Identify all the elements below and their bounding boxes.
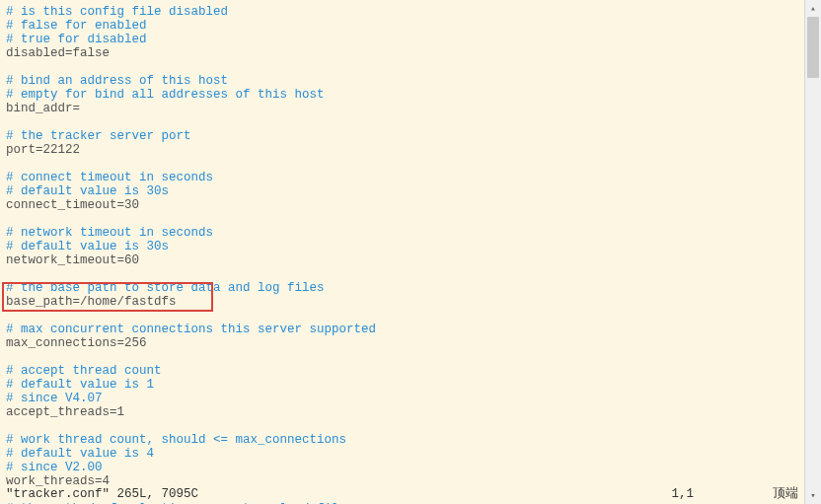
code-line: disabled=false [6, 46, 798, 60]
code-line: base_path=/home/fastdfs [6, 295, 798, 309]
code-line: max_connections=256 [6, 336, 798, 350]
vertical-scrollbar[interactable]: ▴ ▾ [804, 0, 821, 504]
code-line: work_threads=4 [6, 474, 798, 488]
code-line [6, 60, 798, 74]
code-line: # since V4.07 [6, 392, 798, 405]
code-line: # default value is 4 [6, 447, 798, 461]
chevron-up-icon: ▴ [810, 2, 815, 16]
code-line [6, 419, 798, 433]
status-filename: "tracker.conf" 265L, 7095C [6, 487, 198, 501]
status-cursor-pos: 1,1 [671, 487, 773, 501]
code-line: # max concurrent connections this server… [6, 323, 798, 336]
chevron-down-icon: ▾ [810, 489, 815, 503]
code-line [6, 267, 798, 281]
code-line: # bind an address of this host [6, 74, 798, 88]
code-line: # the base path to store data and log fi… [6, 281, 798, 295]
scroll-up-button[interactable]: ▴ [805, 0, 821, 17]
code-line: network_timeout=60 [6, 253, 798, 267]
code-line: # since V2.00 [6, 461, 798, 474]
code-line: # network timeout in seconds [6, 226, 798, 240]
code-line: # default value is 1 [6, 378, 798, 392]
code-line: # work thread count, should <= max_conne… [6, 433, 798, 447]
code-line [6, 115, 798, 129]
code-line: connect_timeout=30 [6, 198, 798, 212]
status-scroll-indicator: 顶端 [773, 487, 804, 501]
code-line [6, 350, 798, 364]
code-line [6, 212, 798, 226]
code-line: # true for disabled [6, 33, 798, 46]
code-line: # is this config file disabled [6, 5, 798, 19]
code-line [6, 157, 798, 171]
code-line: # connect timeout in seconds [6, 171, 798, 184]
code-line [6, 309, 798, 323]
editor-viewport[interactable]: # is this config file disabled# false fo… [0, 0, 804, 504]
code-line: # accept thread count [6, 364, 798, 378]
code-line: # default value is 30s [6, 240, 798, 253]
code-line: # the tracker server port [6, 129, 798, 143]
code-line: # default value is 30s [6, 184, 798, 198]
code-line: # false for enabled [6, 19, 798, 33]
scrollbar-thumb[interactable] [807, 17, 819, 78]
code-line: # empty for bind all addresses of this h… [6, 88, 798, 102]
vim-status-line: "tracker.conf" 265L, 7095C 1,1 顶端 [6, 487, 804, 501]
scroll-down-button[interactable]: ▾ [805, 487, 821, 504]
code-line: accept_threads=1 [6, 405, 798, 419]
code-line: bind_addr= [6, 102, 798, 115]
code-line: port=22122 [6, 143, 798, 157]
